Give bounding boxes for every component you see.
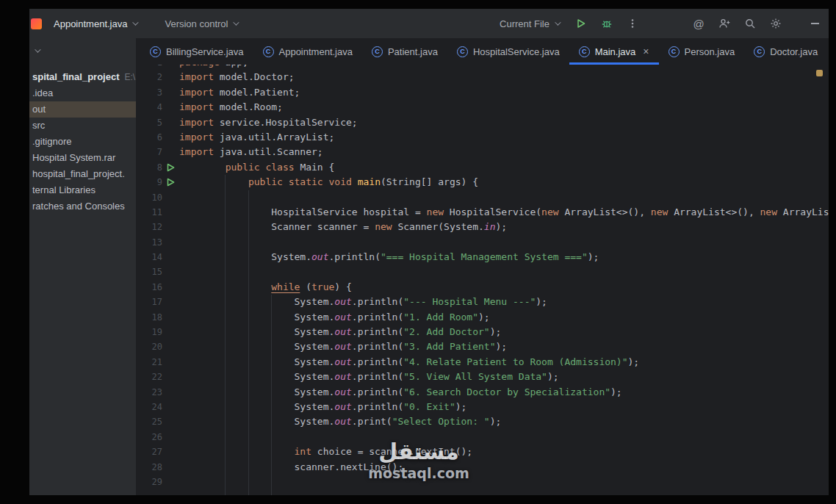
main-toolbar: Appointment.java Version control Current… xyxy=(29,9,829,38)
project-item-out[interactable]: out xyxy=(29,101,136,118)
code-line[interactable]: 26 xyxy=(136,430,829,444)
project-item-hospital-final-project[interactable]: hospital_final_project. xyxy=(29,166,136,182)
code-text: System.out.println("--- Hospital Menu --… xyxy=(179,295,829,309)
editor[interactable]: 1package app;2import model.Doctor;3impor… xyxy=(136,65,829,495)
file-widget-label: Appointment.java xyxy=(54,18,127,29)
code-line[interactable]: 23 System.out.println("6. Search Doctor … xyxy=(136,385,829,400)
editor-column: CBillingService.javaCAppointment.javaCPa… xyxy=(136,38,829,495)
code-line[interactable]: 29 xyxy=(136,475,829,489)
code-line[interactable]: 2import model.Doctor; xyxy=(136,70,829,84)
minimize-button[interactable] xyxy=(805,14,824,33)
code-line[interactable]: 7import java.util.Scanner; xyxy=(136,145,829,159)
class-icon: C xyxy=(372,46,383,57)
code-line[interactable]: 28 scanner.nextLine(); xyxy=(136,460,829,475)
minimize-icon xyxy=(811,23,819,24)
tab-hospitalservice-java[interactable]: CHospitalService.java xyxy=(447,38,569,65)
user-plus-icon xyxy=(718,18,731,29)
tab-patient-java[interactable]: CPatient.java xyxy=(362,38,447,65)
code-line[interactable]: 6import java.util.ArrayList; xyxy=(136,130,829,145)
code-line[interactable]: 20 System.out.println("3. Add Patient"); xyxy=(136,339,829,354)
code-text: System.out.println("2. Add Doctor"); xyxy=(179,325,829,339)
code-line[interactable]: 15 xyxy=(136,264,829,279)
debug-button[interactable] xyxy=(597,14,616,33)
code-line[interactable]: 13 xyxy=(136,235,829,250)
add-user-button[interactable] xyxy=(715,14,734,33)
project-item-label: Hospital System.rar xyxy=(32,150,115,166)
gutter-spacer xyxy=(162,70,179,84)
code-line[interactable]: 1package app; xyxy=(136,65,829,70)
tab-main-java[interactable]: CMain.java× xyxy=(569,38,659,65)
inspections-widget[interactable] xyxy=(816,70,823,76)
vcs-widget[interactable]: Version control xyxy=(159,13,243,34)
project-panel: spital_final_projectE:\.ideaoutsrc.gitig… xyxy=(29,38,136,495)
project-item-idea[interactable]: .idea xyxy=(29,85,136,101)
run-button[interactable] xyxy=(572,14,591,33)
tab-billingservice-java[interactable]: CBillingService.java xyxy=(140,38,253,65)
code-line[interactable]: 4import model.Room; xyxy=(136,100,829,115)
tab-doctor-java[interactable]: CDoctor.java xyxy=(744,38,827,65)
ide-body: spital_final_projectE:\.ideaoutsrc.gitig… xyxy=(29,38,829,495)
chevron-down-icon xyxy=(133,19,139,25)
gutter-spacer xyxy=(162,339,179,354)
line-number: 8 xyxy=(136,160,162,175)
ide-window: Appointment.java Version control Current… xyxy=(29,9,829,495)
project-item-ratches-and-consoles[interactable]: ratches and Consoles xyxy=(29,198,136,215)
code-line[interactable]: 5import service.HospitalService; xyxy=(136,115,829,130)
project-item-label: spital_final_project xyxy=(32,69,119,85)
code-text xyxy=(179,190,829,205)
run-line-icon[interactable] xyxy=(162,175,179,190)
project-item-src[interactable]: src xyxy=(29,118,136,134)
project-item-label: .idea xyxy=(32,85,53,101)
run-line-icon[interactable] xyxy=(162,160,179,175)
code-line[interactable]: 25 System.out.print("Select Option: "); xyxy=(136,414,829,429)
file-widget[interactable]: Appointment.java xyxy=(48,13,143,34)
search-everywhere-button[interactable] xyxy=(740,14,760,33)
tab-appointment-java[interactable]: CAppointment.java xyxy=(253,38,362,65)
code-line[interactable]: 24 System.out.println("0. Exit"); xyxy=(136,400,829,414)
code-text: import model.Patient; xyxy=(179,85,829,100)
line-number: 6 xyxy=(136,130,162,145)
code-text: while (true) { xyxy=(179,280,829,295)
project-item-ternal-libraries[interactable]: ternal Libraries xyxy=(29,182,136,198)
code-line[interactable]: 3import model.Patient; xyxy=(136,85,829,100)
code-line[interactable]: 10 xyxy=(136,190,829,205)
code-line[interactable]: 21 System.out.println("4. Relate Patient… xyxy=(136,355,829,370)
code-text: int choice = scanner.nextInt(); xyxy=(179,444,829,459)
code-text xyxy=(179,264,829,279)
project-item-spital-final-project[interactable]: spital_final_projectE:\ xyxy=(29,69,136,85)
settings-button[interactable] xyxy=(766,14,785,33)
tab-person-java[interactable]: CPerson.java xyxy=(659,38,745,65)
line-number: 14 xyxy=(136,250,162,264)
more-actions-button[interactable] xyxy=(623,14,642,33)
code-line[interactable]: 22 System.out.println("5. View All Syste… xyxy=(136,370,829,384)
intellij-logo-icon[interactable] xyxy=(31,18,42,29)
code-text: scanner.nextLine(); xyxy=(179,460,829,475)
code-line[interactable]: 14 System.out.println("=== Hospital Mana… xyxy=(136,250,829,264)
code-line[interactable]: 18 System.out.println("1. Add Room"); xyxy=(136,310,829,325)
gutter-spacer xyxy=(162,85,179,100)
line-number: 25 xyxy=(136,414,162,429)
class-icon: C xyxy=(754,46,765,57)
gutter-spacer xyxy=(162,235,179,250)
code-line[interactable]: 27 int choice = scanner.nextInt(); xyxy=(136,444,829,459)
code-with-me-button[interactable]: @ xyxy=(689,14,708,33)
code-line[interactable]: 19 System.out.println("2. Add Doctor"); xyxy=(136,325,829,339)
code-line[interactable]: 17 System.out.println("--- Hospital Menu… xyxy=(136,295,829,309)
tab-close-icon[interactable]: × xyxy=(643,46,649,57)
code-line[interactable]: 12 Scanner scanner = new Scanner(System.… xyxy=(136,220,829,234)
code-line[interactable]: 16 while (true) { xyxy=(136,280,829,295)
project-item-gitignore[interactable]: .gitignore xyxy=(29,134,136,150)
code-line[interactable]: 9 public static void main(String[] args)… xyxy=(136,175,829,190)
gutter-spacer xyxy=(162,100,179,115)
code-line[interactable]: 11 HospitalService hospital = new Hospit… xyxy=(136,205,829,220)
project-item-hospital-system-rar[interactable]: Hospital System.rar xyxy=(29,150,136,166)
run-config-widget[interactable]: Current File xyxy=(494,13,565,34)
line-number: 24 xyxy=(136,400,162,414)
kebab-menu-icon xyxy=(627,18,638,29)
code-line[interactable]: 8 public class Main { xyxy=(136,160,829,175)
gutter-spacer xyxy=(162,295,179,309)
tab-bar: CBillingService.javaCAppointment.javaCPa… xyxy=(136,38,829,65)
code-text: System.out.println("3. Add Patient"); xyxy=(179,339,829,354)
bug-icon xyxy=(601,18,613,29)
code-text: public class Main { xyxy=(179,160,829,175)
